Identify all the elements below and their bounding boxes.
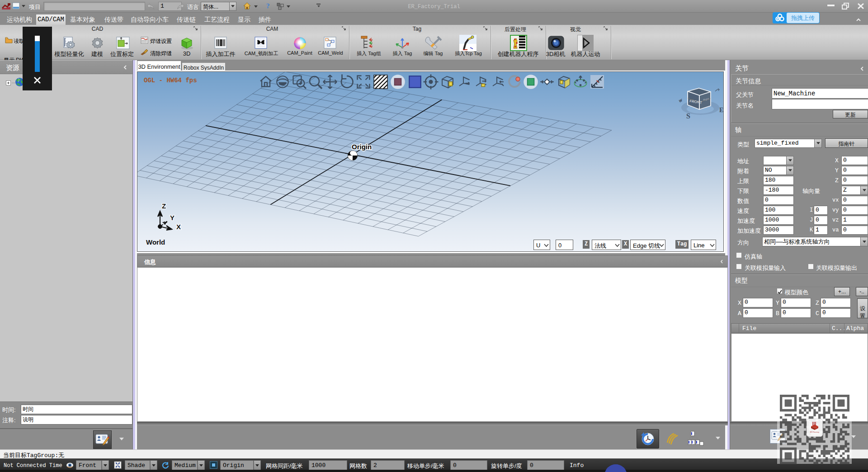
svg-text:X: X xyxy=(176,223,181,231)
svg-text:Z: Z xyxy=(162,202,166,210)
svg-text:𝑤: 𝑤 xyxy=(678,97,684,104)
svg-text:Origin: Origin xyxy=(352,143,372,151)
svg-text:S: S xyxy=(686,112,690,120)
svg-text:E: E xyxy=(719,107,723,113)
svg-text:Y: Y xyxy=(170,214,175,222)
